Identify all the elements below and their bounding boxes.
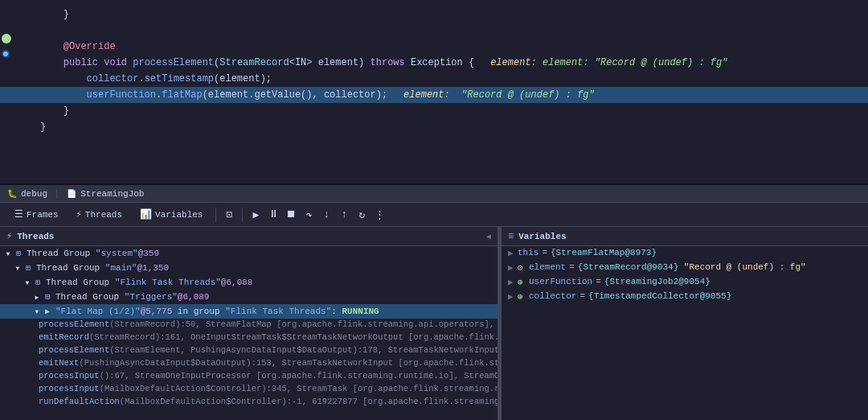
debug-bar: 🐛 debug | 📄 StreamingJob: [0, 185, 868, 203]
variables-list: ▶ this = {StreamFlatMap@8973} ▶ ⊙ elemen…: [502, 246, 868, 420]
code-line: collector.setTimestamp(element);: [0, 71, 868, 87]
debug-toolbar: ☰ Frames ⚡ Threads 📊 Variables ⊡ ▶ ⏸ ⏹ ↷…: [0, 203, 868, 227]
code-line: [0, 135, 868, 151]
bottom-panels: ⚡ Threads ◀ ▼ ⊞ Thread Group "system"@35…: [0, 227, 868, 420]
code-line: [0, 151, 868, 167]
run-to-cursor-button[interactable]: ↻: [354, 207, 370, 223]
list-item[interactable]: ▼ ⊞ Thread Group "Flink Task Threads"@6,…: [0, 275, 497, 290]
stack-frame[interactable]: emitNext(PushingAsyncDataInput$DataOutpu…: [0, 357, 497, 370]
threads-panel-icon: ⚡: [6, 230, 12, 242]
thread-group-icon: ⊞: [32, 277, 43, 288]
stop-button[interactable]: ⏹: [283, 207, 299, 223]
console-button[interactable]: ⊡: [221, 207, 237, 223]
thread-group-icon: ⊞: [23, 262, 34, 274]
tab-frames[interactable]: ☰ Frames: [6, 205, 67, 224]
code-line: [0, 167, 868, 183]
bug-icon: 🐛: [6, 188, 18, 200]
code-line: }: [0, 6, 868, 23]
threads-panel-header: ⚡ Threads ◀: [0, 227, 497, 246]
frames-icon: ☰: [14, 208, 23, 220]
thread-group-icon: ⊞: [42, 291, 53, 303]
stack-frame[interactable]: runDefaultAction(MailboxDefaultAction$Co…: [0, 396, 497, 409]
expand-arrow: ▶: [508, 248, 518, 258]
step-over-button[interactable]: ↷: [301, 207, 317, 223]
job-label: 📄 StreamingJob: [66, 188, 144, 200]
expand-arrow: ▶: [508, 262, 518, 273]
stack-frame[interactable]: processElement(StreamElement, PushingAsy…: [0, 344, 497, 357]
pause-button[interactable]: ⏸: [265, 207, 281, 223]
stack-frame[interactable]: processInput(MailboxDefaultAction$Contro…: [0, 383, 497, 396]
var-name: userFunction: [529, 277, 592, 286]
step-into-button[interactable]: ↓: [318, 207, 334, 223]
variable-item[interactable]: ▶ ⊛ userFunction = {StreamingJob2@9054}: [502, 275, 868, 290]
code-editor: } @Override public void processElement(S…: [0, 0, 868, 185]
expand-arrow: ▼: [13, 263, 23, 273]
stack-frame[interactable]: processElement(StreamRecord):50, StreamF…: [0, 319, 497, 331]
code-line: [0, 23, 868, 39]
tab-threads[interactable]: ⚡ Threads: [68, 205, 130, 224]
var-string-value: "Record @ (undef) : fg": [678, 262, 805, 272]
thread-label: Thread Group "system"@359: [27, 249, 159, 258]
debug-label: 🐛 debug: [6, 188, 47, 200]
var-name: collector: [529, 291, 576, 301]
variables-panel-title: Variables: [518, 232, 566, 241]
expand-arrow: ▶: [508, 291, 518, 302]
stack-frame[interactable]: emitRecord(StreamRecord):161, OneInputSt…: [0, 331, 497, 344]
var-value: {StreamRecord@9034}: [578, 262, 678, 272]
job-name: StreamingJob: [80, 189, 144, 199]
var-name: element: [529, 262, 566, 272]
code-line-highlighted: userFunction.flatMap(element.getValue(),…: [0, 87, 868, 103]
variables-panel-header: ≡ Variables: [502, 227, 868, 246]
tab-frames-label: Frames: [27, 210, 59, 220]
code-line: public void processElement(StreamRecord<…: [0, 55, 868, 71]
expand-arrow: ▼: [3, 249, 13, 258]
variable-item[interactable]: ▶ ⊛ collector = {TimestampedCollector@90…: [502, 290, 868, 304]
stack-frame[interactable]: processInput():67, StreamOneInputProcess…: [0, 370, 497, 383]
threads-icon: ⚡: [76, 208, 82, 220]
threads-panel: ⚡ Threads ◀ ▼ ⊞ Thread Group "system"@35…: [0, 227, 498, 420]
var-value: {StreamingJob2@9054}: [604, 277, 710, 286]
list-item[interactable]: ▼ ⊞ Thread Group "main"@1,350: [0, 261, 497, 275]
variables-panel-icon: ≡: [508, 231, 514, 242]
thread-label: Thread Group "main"@1,350: [36, 263, 169, 273]
expand-arrow: ▶: [508, 277, 518, 287]
collector-icon: ⊛: [518, 291, 529, 302]
thread-label: Thread Group "Triggers"@6,089: [55, 292, 209, 302]
variables-icon: 📊: [140, 208, 152, 220]
tab-variables-label: Variables: [155, 210, 203, 220]
code-line: @Override: [0, 39, 868, 55]
file-icon: 📄: [66, 188, 77, 200]
toolbar-separator: [215, 208, 216, 222]
variable-item[interactable]: ▶ this = {StreamFlatMap@8973}: [502, 246, 868, 261]
variables-panel: ≡ Variables ▶ this = {StreamFlatMap@8973…: [502, 227, 868, 420]
function-icon: ⊛: [518, 277, 529, 287]
thread-label: Thread Group "Flink Task Threads"@6,088: [46, 278, 252, 287]
code-line: }: [0, 103, 868, 119]
evaluate-button[interactable]: ⋮: [371, 207, 387, 223]
modified-icon: ⊙: [518, 262, 529, 273]
code-line: }: [0, 119, 868, 135]
tab-threads-label: Threads: [85, 210, 122, 220]
expand-arrow: ▼: [23, 278, 32, 287]
var-value: {TimestampedCollector@9055}: [588, 291, 731, 301]
resume-button[interactable]: ▶: [248, 207, 264, 223]
running-thread-icon: ▶: [42, 306, 53, 317]
tab-variables[interactable]: 📊 Variables: [132, 205, 211, 224]
thread-group-icon: ⊞: [13, 248, 24, 259]
toolbar-separator-2: [242, 208, 243, 222]
var-name: this: [518, 248, 538, 257]
list-item[interactable]: ▼ ▶ "Flat Map (1/2)"@5,775 in group "Fli…: [0, 304, 497, 319]
list-item[interactable]: ▼ ⊞ Thread Group "system"@359: [0, 246, 497, 261]
variable-item[interactable]: ▶ ⊙ element = {StreamRecord@9034} "Recor…: [502, 261, 868, 275]
expand-arrow: ▶: [32, 292, 42, 302]
list-item[interactable]: ▶ ⊞ Thread Group "Triggers"@6,089: [0, 290, 497, 304]
var-equals: =: [569, 262, 575, 272]
var-value: {StreamFlatMap@8973}: [551, 248, 657, 257]
threads-list: ▼ ⊞ Thread Group "system"@359 ▼ ⊞ Thread…: [0, 246, 497, 420]
thread-label: "Flat Map (1/2)"@5,775 in group "Flink T…: [55, 307, 379, 316]
step-out-button[interactable]: ↑: [336, 207, 352, 223]
var-equals: =: [596, 277, 601, 286]
panel-expand-icon[interactable]: ◀: [486, 232, 491, 241]
var-equals: =: [542, 248, 547, 257]
threads-panel-title: Threads: [17, 232, 54, 241]
